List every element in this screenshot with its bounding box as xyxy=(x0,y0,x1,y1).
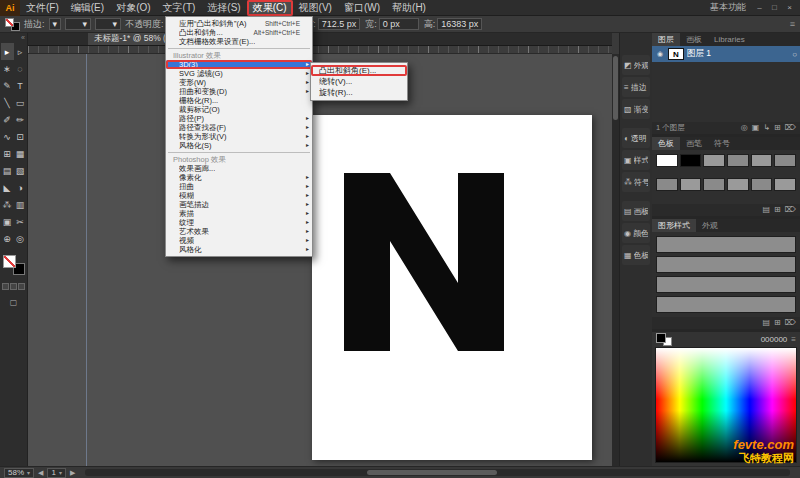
swatch-libraries-button[interactable]: ▤ xyxy=(762,205,770,215)
tab-图层[interactable]: 图层 xyxy=(652,33,680,46)
submenu-item[interactable]: 旋转(R)... xyxy=(311,87,407,98)
zoom-tool[interactable]: ◎ xyxy=(14,230,27,247)
new-layer-button[interactable]: ⊞ xyxy=(774,123,781,133)
field-input[interactable]: 0 px xyxy=(379,18,419,30)
appearance-panel-button[interactable]: ◩外观 xyxy=(622,55,650,75)
draw-behind-button[interactable] xyxy=(10,283,17,290)
fill-stroke-indicator[interactable] xyxy=(3,255,25,275)
style-libraries-button[interactable]: ▤ xyxy=(762,318,770,328)
mesh-tool[interactable]: ▤ xyxy=(1,162,14,179)
menu-窗口(W)[interactable]: 窗口(W) xyxy=(338,0,386,16)
symbol-sprayer-tool[interactable]: ⁂ xyxy=(1,196,14,213)
vertical-scrollbar-thumb[interactable] xyxy=(613,56,618,120)
fill-stroke-chips[interactable] xyxy=(5,18,20,31)
stroke-weight-dropdown[interactable]: ▾ xyxy=(49,18,62,30)
prev-artboard-button[interactable]: ◀ xyxy=(38,469,43,477)
menu-对象(O)[interactable]: 对象(O) xyxy=(110,0,156,16)
artboard-navigation[interactable]: 1 ▾ xyxy=(47,468,65,478)
effect-menu-item[interactable]: 模糊▸ xyxy=(166,191,312,200)
effect-menu-item[interactable]: 纹理▸ xyxy=(166,218,312,227)
variable-width-dropdown[interactable]: ▾ xyxy=(65,18,91,30)
control-panel-menu-icon[interactable]: ≡ xyxy=(790,19,795,29)
fill-color-chip[interactable] xyxy=(656,333,666,343)
swatch[interactable] xyxy=(751,178,773,191)
visibility-eye-icon[interactable]: ◉ xyxy=(655,50,665,58)
slice-tool[interactable]: ✂ xyxy=(14,213,27,230)
workspace-switcher[interactable]: 基本功能 xyxy=(710,1,746,14)
line-segment-tool[interactable]: ╲ xyxy=(1,94,14,111)
effect-menu-item[interactable]: 风格化(S)▸ xyxy=(166,141,312,150)
swatch[interactable] xyxy=(656,154,678,167)
menu-效果(C)[interactable]: 效果(C) xyxy=(247,0,293,16)
locate-object-button[interactable]: ◎ xyxy=(741,123,748,133)
effect-menu-item[interactable]: 路径(P)▸ xyxy=(166,114,312,123)
hex-value[interactable]: 000000 xyxy=(761,335,788,344)
new-style-button[interactable]: ⊞ xyxy=(774,318,781,328)
effect-menu-item[interactable]: 像素化▸ xyxy=(166,173,312,182)
lasso-tool[interactable]: ◌ xyxy=(14,60,27,77)
layer-target-icon[interactable]: ○ xyxy=(792,50,797,59)
eyedropper-tool[interactable]: ◣ xyxy=(1,179,14,196)
horizontal-scrollbar[interactable] xyxy=(85,469,790,476)
effect-menu-item[interactable]: 栅格化(R)... xyxy=(166,96,312,105)
swatch[interactable] xyxy=(727,178,749,191)
artboards-panel-button[interactable]: ▤画板 xyxy=(622,201,650,221)
gradient-tool[interactable]: ▧ xyxy=(14,162,27,179)
effect-menu-item[interactable]: 效果画廊... xyxy=(166,164,312,173)
rectangle-tool[interactable]: ▭ xyxy=(14,94,27,111)
menu-文字(T)[interactable]: 文字(T) xyxy=(157,0,202,16)
type-tool[interactable]: T xyxy=(14,77,27,94)
effect-menu-item[interactable]: 风格化▸ xyxy=(166,245,312,254)
zoom-control[interactable]: 58% ▾ xyxy=(4,468,34,478)
effect-menu-item[interactable]: 凸出和斜角...Alt+Shift+Ctrl+E xyxy=(166,28,312,37)
tab-色板[interactable]: 色板 xyxy=(652,137,680,150)
make-mask-button[interactable]: ▣ xyxy=(752,123,760,133)
menu-视图(V)[interactable]: 视图(V) xyxy=(293,0,338,16)
menu-选择(S)[interactable]: 选择(S) xyxy=(201,0,246,16)
submenu-item[interactable]: 凸出和斜角(E)... xyxy=(311,65,407,76)
magic-wand-tool[interactable]: ∗ xyxy=(1,60,14,77)
swatches-panel-button[interactable]: ▦色板 xyxy=(622,245,650,265)
artboard-tool[interactable]: ▣ xyxy=(1,213,14,230)
hand-tool[interactable]: ⊕ xyxy=(1,230,14,247)
effect-menu-item[interactable]: SVG 滤镜(G)▸ xyxy=(166,69,312,78)
toolbar-collapse-button[interactable]: « xyxy=(0,33,27,43)
effect-menu-item[interactable]: 应用“凸出和斜角”(A)Shift+Ctrl+E xyxy=(166,19,312,28)
delete-style-button[interactable]: ⌦ xyxy=(785,318,796,328)
fill-color-chip[interactable] xyxy=(3,255,16,268)
menu-文件(F)[interactable]: 文件(F) xyxy=(20,0,65,16)
effect-menu-item[interactable]: 视频▸ xyxy=(166,236,312,245)
tab-Libraries[interactable]: Libraries xyxy=(708,33,751,46)
stroke-panel-button[interactable]: ≡描边 xyxy=(622,77,650,97)
vertical-scrollbar[interactable] xyxy=(612,54,619,466)
tab-符号[interactable]: 符号 xyxy=(708,137,736,150)
effect-menu-item[interactable]: 素描▸ xyxy=(166,209,312,218)
swatch[interactable] xyxy=(751,154,773,167)
gradient-panel-button[interactable]: ▧渐变 xyxy=(622,99,650,119)
close-button[interactable]: × xyxy=(783,2,796,14)
swatch[interactable] xyxy=(703,154,725,167)
letter-n-artwork[interactable] xyxy=(344,173,504,351)
effect-menu-item[interactable]: 裁剪标记(O) xyxy=(166,105,312,114)
direct-selection-tool[interactable]: ▹ xyxy=(14,43,27,60)
effect-menu-item[interactable]: 转换为形状(V)▸ xyxy=(166,132,312,141)
swatch[interactable] xyxy=(727,154,749,167)
symbols-panel-button[interactable]: ⁂符号 xyxy=(622,172,650,192)
blend-tool[interactable]: ◑ xyxy=(14,179,27,196)
tab-画板[interactable]: 画板 xyxy=(680,33,708,46)
canvas[interactable] xyxy=(28,54,612,466)
draw-normal-button[interactable] xyxy=(2,283,9,290)
layer-row[interactable]: ◉ N 图层 1 ○ xyxy=(652,46,800,62)
swatch[interactable] xyxy=(774,178,796,191)
next-artboard-button[interactable]: ▶ xyxy=(70,469,75,477)
color-panel-menu-icon[interactable]: ≡ xyxy=(791,335,796,344)
swatch[interactable] xyxy=(680,178,702,191)
minimize-button[interactable]: – xyxy=(753,2,766,14)
field-input[interactable]: 712.5 px xyxy=(318,18,361,30)
graphic-style-item[interactable] xyxy=(656,296,796,313)
effect-menu-item[interactable]: 变形(W)▸ xyxy=(166,78,312,87)
screen-mode-button[interactable]: ▢ xyxy=(10,298,18,307)
tab-外观[interactable]: 外观 xyxy=(696,219,724,232)
graph-tool[interactable]: ▥ xyxy=(14,196,27,213)
new-swatch-button[interactable]: ⊞ xyxy=(774,205,781,215)
